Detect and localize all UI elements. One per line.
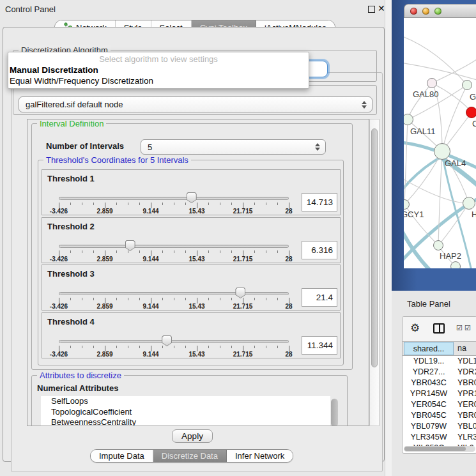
table-row[interactable]: YPR145WYPR1: [403, 388, 476, 399]
tick-label: 28: [285, 208, 292, 215]
threshold-box: Threshold 2 -3.4262.8599.14415.4321.7152…: [42, 217, 341, 263]
close-traffic-light[interactable]: [410, 8, 417, 15]
table-data-combobox[interactable]: galFiltered.sif default node: [19, 96, 372, 112]
gal4-node[interactable]: [434, 143, 450, 160]
threshold-value-field[interactable]: 6.316: [302, 241, 337, 259]
table-row[interactable]: YDR27...YDR2: [403, 367, 476, 378]
threshold-value-field[interactable]: 14.713: [302, 193, 337, 211]
tick-label: 15.43: [188, 208, 204, 215]
settings-vertical-scrollbar[interactable]: [369, 119, 380, 426]
tab-label: Discretize Data: [162, 451, 218, 461]
zoom-traffic-light[interactable]: [434, 8, 441, 15]
gear-icon[interactable]: ⚙: [410, 321, 420, 335]
columns-icon[interactable]: [433, 323, 445, 334]
cell-shared-name: YPR145W: [404, 388, 454, 399]
bottom-edge-node[interactable]: [450, 261, 461, 268]
tick-label: 2.859: [96, 208, 112, 215]
control-panel-window: Control Panel ✕ NetworkStyleSelectCyni T…: [0, 0, 388, 476]
slider-thumb[interactable]: [235, 288, 245, 298]
column-header-shared-name[interactable]: shared...: [404, 342, 454, 355]
threshold-label: Threshold 4: [47, 317, 95, 326]
attributes-list-scrollbar[interactable]: [331, 399, 338, 426]
interval-definition-label: Interval Definition: [37, 119, 106, 128]
tick-label: 28: [285, 351, 292, 358]
control-panel-title: Control Panel: [5, 4, 56, 14]
attributes-group: Attributes to discretize Numerical Attri…: [31, 375, 348, 426]
number-of-intervals-combobox[interactable]: 5: [141, 139, 326, 155]
cell-name: YDL1: [455, 356, 476, 367]
tick-label: 21.715: [233, 256, 253, 263]
slider-thumb[interactable]: [125, 240, 135, 251]
table-row[interactable]: YBR043CYBR0: [403, 378, 476, 388]
thresholds-group-label: Threshold's Coordinates for 5 Intervals: [43, 155, 191, 165]
slider-thumb[interactable]: [162, 335, 172, 346]
node-label-ga: GA: [470, 92, 476, 102]
gal80-node[interactable]: [427, 78, 437, 88]
right-edge-node[interactable]: [463, 197, 475, 210]
hscrollbar-thumb[interactable]: [404, 447, 466, 451]
threshold-value-field[interactable]: 11.344: [302, 336, 337, 355]
select-all-checkbox-icon[interactable]: ☑: [456, 324, 463, 332]
tab-infer-network[interactable]: Infer Network: [227, 450, 293, 462]
attribute-item-selfloops[interactable]: SelfLoops: [41, 396, 330, 407]
slider-track[interactable]: [59, 340, 289, 343]
slider-scale-labels: -3.4262.8599.14415.4321.71528: [42, 351, 340, 358]
cell-name: YPR1: [455, 388, 476, 399]
column-header-name[interactable]: na: [455, 342, 476, 355]
selected-red-node[interactable]: [466, 107, 476, 118]
table-horizontal-scrollbar[interactable]: [404, 446, 475, 452]
algorithm-popup-list: Select algorithm to view settings Manual…: [8, 52, 309, 89]
tick-label: 21.715: [233, 208, 253, 215]
upper-right-node[interactable]: [462, 80, 472, 90]
tick-label: -3.426: [50, 256, 68, 263]
apply-button[interactable]: Apply: [172, 429, 213, 443]
tick-label: 28: [285, 303, 292, 310]
table-row[interactable]: YDL19...YDL1: [403, 356, 476, 367]
tick-label: 9.144: [142, 351, 158, 358]
tab-impute-data[interactable]: Impute Data: [91, 450, 153, 462]
popup-item-manual-discretization[interactable]: Manual Discretization: [10, 65, 307, 75]
table-row[interactable]: YBR045CYBR0: [403, 410, 476, 421]
cell-name: YBL0: [455, 421, 476, 432]
slider-thumb[interactable]: [187, 192, 197, 203]
attribute-item-topologicalcoefficient[interactable]: TopologicalCoefficient: [41, 407, 330, 418]
attribute-item-betweennesscentrality[interactable]: BetweennessCentrality: [41, 417, 330, 426]
unselect-all-checkbox-icon[interactable]: ☑: [464, 324, 471, 332]
tab-discretize-data[interactable]: Discretize Data: [153, 450, 227, 462]
slider-track[interactable]: [59, 292, 289, 295]
node-label-c: C: [472, 119, 476, 128]
network-canvas[interactable]: GAL80GACGAL11GAL4GCY1HHAP2: [404, 18, 476, 268]
cell-shared-name: YER054C: [404, 399, 454, 410]
slider-scale-labels: -3.4262.8599.14415.4321.71528: [42, 303, 340, 311]
slider-scale-labels: -3.4262.8599.14415.4321.71528: [42, 208, 340, 215]
tick-label: 21.715: [233, 303, 253, 310]
close-icon[interactable]: ✕: [378, 3, 385, 14]
table-row[interactable]: YER054CYER0: [403, 399, 476, 410]
panel-divider[interactable]: [385, 0, 392, 476]
node-label-h: H: [472, 210, 476, 219]
thresholds-group: Threshold's Coordinates for 5 Intervals …: [38, 160, 344, 365]
table-toolbar: ⚙ ☑ ☑: [403, 317, 476, 341]
numerical-attributes-label: Numerical Attributes: [37, 383, 118, 393]
combo-stepper-icon: [362, 101, 367, 109]
scrollbar-thumb[interactable]: [371, 128, 378, 367]
threshold-value-field[interactable]: 21.4: [302, 288, 337, 307]
node-label-gcy1: GCY1: [404, 210, 424, 219]
float-window-button[interactable]: [368, 6, 375, 13]
slider-track[interactable]: [59, 245, 289, 248]
screen: Control Panel ✕ NetworkStyleSelectCyni T…: [0, 0, 476, 476]
algorithm-popup-hint: Select algorithm to view settings: [8, 54, 309, 64]
popup-item-equal-width-frequency[interactable]: Equal Width/Frequency Discretization: [10, 75, 307, 86]
minimize-traffic-light[interactable]: [422, 8, 429, 15]
node-label-gal11: GAL11: [410, 127, 436, 136]
hap2-node[interactable]: [433, 240, 443, 250]
network-window-titlebar[interactable]: [404, 4, 476, 18]
node-label-gal80: GAL80: [413, 89, 438, 99]
cell-shared-name: YDL19...: [404, 356, 454, 367]
node-label-hap2: HAP2: [440, 251, 461, 261]
tick-label: -3.426: [50, 351, 68, 358]
table-row[interactable]: YLR345WYLR3: [403, 432, 476, 443]
table-row[interactable]: YBL079WYBL0: [403, 421, 476, 432]
cell-name: YDR2: [455, 367, 476, 378]
slider-track[interactable]: [59, 197, 289, 200]
